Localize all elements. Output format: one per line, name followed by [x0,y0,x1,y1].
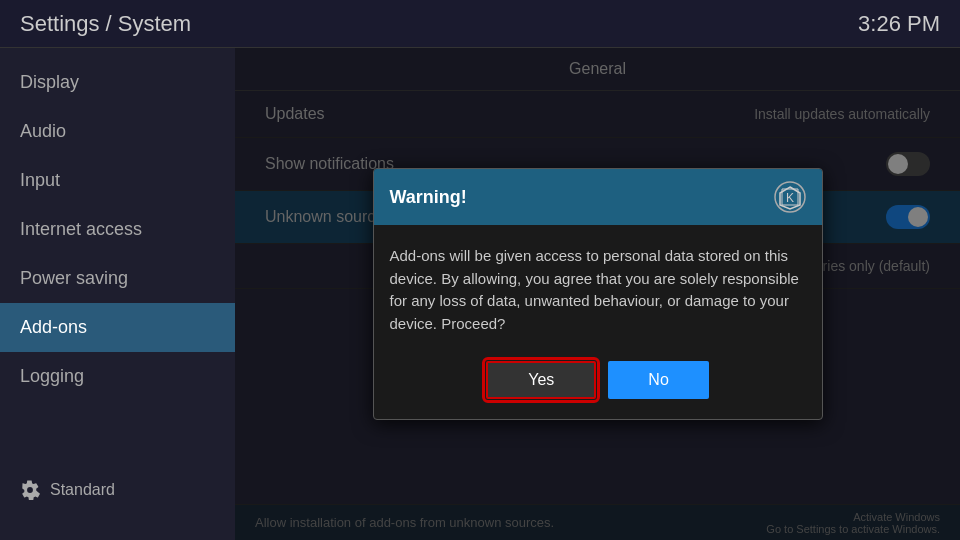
clock: 3:26 PM [858,11,940,37]
warning-dialog: Warning! K Add-ons will be given access … [373,168,823,420]
sidebar-item-addons[interactable]: Add-ons [0,303,235,352]
dialog-buttons: Yes No [374,351,822,419]
no-button[interactable]: No [608,361,708,399]
profile-label: Standard [50,481,115,499]
sidebar-item-display[interactable]: Display [0,58,235,107]
sidebar-item-logging[interactable]: Logging [0,352,235,401]
header: Settings / System 3:26 PM [0,0,960,48]
dialog-body: Add-ons will be given access to personal… [374,225,822,351]
main-layout: Display Audio Input Internet access Powe… [0,48,960,540]
sidebar: Display Audio Input Internet access Powe… [0,48,235,540]
dialog-header: Warning! K [374,169,822,225]
dialog-title: Warning! [390,187,467,208]
dialog-overlay: Warning! K Add-ons will be given access … [235,48,960,540]
sidebar-item-input[interactable]: Input [0,156,235,205]
yes-button[interactable]: Yes [486,361,596,399]
svg-text:K: K [785,191,793,205]
settings-content: General Updates Install updates automati… [235,48,960,540]
gear-icon [20,480,40,500]
page-title: Settings / System [20,11,191,37]
sidebar-item-internet-access[interactable]: Internet access [0,205,235,254]
sidebar-footer: Standard [0,470,235,510]
sidebar-item-power-saving[interactable]: Power saving [0,254,235,303]
sidebar-item-audio[interactable]: Audio [0,107,235,156]
kodi-logo-icon: K [774,181,806,213]
